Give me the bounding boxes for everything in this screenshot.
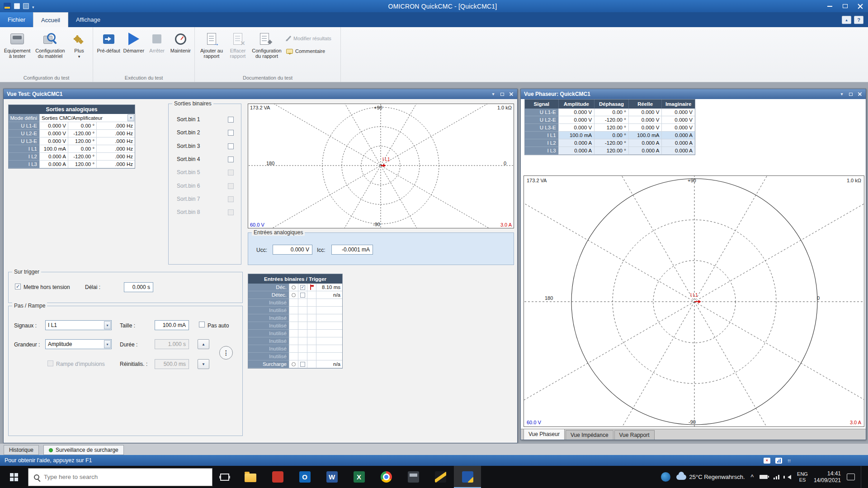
taskbar-app-quickcmc[interactable] <box>454 466 481 488</box>
save-icon[interactable] <box>23 3 29 9</box>
surcharge-checkbox[interactable] <box>300 362 305 367</box>
comment-button[interactable]: Commentaire <box>286 48 331 54</box>
minimize-button[interactable] <box>822 0 837 12</box>
column-header[interactable]: Amplitude <box>558 99 594 109</box>
taskbar-app-red[interactable] <box>264 466 291 488</box>
amplitude-cell[interactable]: 0.000 A <box>39 161 68 168</box>
size-field[interactable]: 100.0 mA <box>155 320 189 330</box>
table-row[interactable]: U L3-E 0.000 V 120.00 ° 0.000 V 0.000 V <box>525 124 695 132</box>
vue-test-titlebar[interactable]: Vue Test: QuickCMC1 <box>4 89 517 99</box>
frequency-cell[interactable]: .000 Hz <box>96 122 135 130</box>
hold-button[interactable]: Maintenir <box>168 30 193 55</box>
frequency-cell[interactable]: .000 Hz <box>96 145 135 153</box>
tab-affichage[interactable]: Affichage <box>68 12 108 27</box>
tab-fichier[interactable]: Fichier <box>0 12 33 27</box>
quantity-combo[interactable]: Amplitude <box>45 339 112 349</box>
phase-cell[interactable]: 0.00 ° <box>68 122 96 130</box>
start-button[interactable]: Démarrer <box>121 30 146 55</box>
equipment-button[interactable]: Équipement à tester <box>3 30 32 60</box>
phase-cell[interactable]: -120.00 ° <box>68 153 96 161</box>
sortbin1-checkbox[interactable] <box>228 117 234 123</box>
chevron-down-icon[interactable] <box>127 114 134 121</box>
mode-combo[interactable]: Sorties CMC/Amplificateur <box>39 114 135 122</box>
step-options-button[interactable] <box>219 346 233 360</box>
close-icon[interactable] <box>507 90 515 98</box>
column-header[interactable]: Réelle <box>628 99 662 109</box>
window-menu-icon[interactable] <box>838 90 846 98</box>
hardware-config-button[interactable]: Configuration du matériel <box>32 30 69 60</box>
weather-widget[interactable]: 25°C Regenwahrsch. <box>676 474 745 480</box>
step-down-button[interactable] <box>198 359 209 369</box>
amplitude-cell[interactable]: 0.000 V <box>39 137 68 145</box>
delay-field[interactable]: 0.000 s <box>124 282 153 292</box>
frequency-cell[interactable]: .000 Hz <box>96 153 135 161</box>
tray-overflow-chevron[interactable]: ^ <box>751 474 754 481</box>
amplitude-cell[interactable]: 0.000 V <box>39 130 68 137</box>
frequency-cell[interactable]: .000 Hz <box>96 161 135 168</box>
task-view-button[interactable] <box>212 466 237 488</box>
help-icon[interactable] <box>854 16 863 24</box>
tab-vue-phaseur[interactable]: Vue Phaseur <box>524 429 565 440</box>
taskbar-app-explorer[interactable] <box>237 466 264 488</box>
taskbar-app-chrome[interactable] <box>373 466 400 488</box>
ucc-field[interactable]: 0.000 V <box>273 245 312 255</box>
ribbon-collapse-icon[interactable] <box>842 16 851 24</box>
vue-phaseur-titlebar[interactable]: Vue Phaseur: QuickCMC1 <box>521 89 866 99</box>
battery-icon[interactable] <box>760 475 768 479</box>
column-header[interactable]: Signal <box>525 99 558 109</box>
phase-cell[interactable]: 0.00 ° <box>68 145 96 153</box>
taskbar-app-gray[interactable] <box>400 466 427 488</box>
tab-surveillance[interactable]: Surveillance de surcharge <box>43 445 124 455</box>
table-row[interactable]: U L2-E 0.000 V -120.00 ° 0.000 V 0.000 V <box>525 116 695 124</box>
new-file-icon[interactable] <box>14 3 20 9</box>
sortbin2-checkbox[interactable] <box>228 130 234 136</box>
icc-field[interactable]: -0.0001 mA <box>331 245 373 255</box>
tab-vue-rapport[interactable]: Vue Rapport <box>614 430 655 440</box>
report-config-button[interactable]: Configuration du rapport <box>250 30 283 60</box>
language-indicator[interactable]: ENG ES <box>797 471 808 483</box>
maximize-icon[interactable] <box>847 90 855 98</box>
taskbar-app-testuniverse[interactable] <box>427 466 454 488</box>
amplitude-cell[interactable]: 0.000 V <box>39 122 68 130</box>
phase-cell[interactable]: 120.00 ° <box>68 161 96 168</box>
tab-vue-impedance[interactable]: Vue Impédance <box>566 430 613 440</box>
close-icon[interactable] <box>856 90 864 98</box>
prefault-button[interactable]: Pré-défaut <box>96 30 121 55</box>
column-header[interactable]: Imaginaire <box>661 99 695 109</box>
search-input[interactable] <box>44 474 193 480</box>
sortbin3-checkbox[interactable] <box>228 143 234 149</box>
tray-app-icon[interactable] <box>661 472 670 482</box>
clock[interactable]: 14:41 14/09/2021 <box>814 470 841 484</box>
network-icon[interactable] <box>774 475 779 479</box>
phase-cell[interactable]: 120.00 ° <box>68 137 96 145</box>
show-desktop-button[interactable] <box>861 466 863 488</box>
add-report-button[interactable]: Ajouter au rapport <box>198 30 226 60</box>
taskbar-app-outlook[interactable]: O <box>291 466 318 488</box>
frequency-cell[interactable]: .000 Hz <box>96 137 135 145</box>
chevron-down-icon[interactable] <box>32 2 34 10</box>
tab-accueil[interactable]: Accueil <box>33 12 68 27</box>
window-menu-icon[interactable] <box>489 90 497 98</box>
sortbin4-checkbox[interactable] <box>228 156 234 162</box>
table-row-selected[interactable]: I L1 100.0 mA 0.00 ° 100.0 mA 0.000 A <box>525 132 695 139</box>
phase-cell[interactable]: -120.00 ° <box>68 130 96 137</box>
taskbar-search[interactable] <box>28 468 212 486</box>
power-off-checkbox[interactable] <box>15 284 21 289</box>
more-button[interactable]: Plus <box>69 30 90 60</box>
start-button[interactable] <box>0 466 28 488</box>
column-header[interactable]: Déphasag <box>594 99 628 109</box>
taskbar-app-excel[interactable]: X <box>345 466 373 488</box>
tab-historique[interactable]: Historique <box>4 445 39 455</box>
speaker-icon[interactable] <box>785 475 791 479</box>
taskbar-app-word[interactable]: W <box>318 466 345 488</box>
auto-step-checkbox[interactable] <box>199 322 205 327</box>
chevron-down-icon[interactable] <box>104 340 111 348</box>
chevron-down-icon[interactable] <box>104 321 111 329</box>
notification-center-icon[interactable] <box>847 474 855 480</box>
amplitude-cell[interactable]: 0.000 A <box>39 153 68 161</box>
signals-combo[interactable]: I L1 <box>45 320 112 330</box>
close-button[interactable] <box>853 0 868 12</box>
table-row[interactable]: U L1-E 0.000 V 0.00 ° 0.000 V 0.000 V <box>525 109 695 116</box>
step-up-button[interactable] <box>198 339 209 349</box>
table-row[interactable]: I L3 0.000 A 120.00 ° 0.000 A 0.000 A <box>525 147 695 155</box>
